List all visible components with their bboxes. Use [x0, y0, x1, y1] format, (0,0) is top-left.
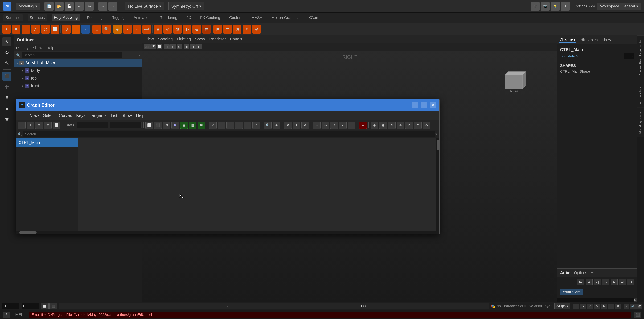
ge-tool-ia[interactable]: IA	[172, 122, 179, 129]
ge-tool-extra3[interactable]: ⊕	[388, 122, 396, 129]
ge-vscrollbar-thumb[interactable]	[436, 140, 439, 150]
timeline-current-frame[interactable]	[22, 303, 39, 309]
ge-tool-key2[interactable]: ⊞	[35, 122, 43, 129]
btn-back[interactable]: ◁	[594, 279, 601, 285]
icon-settings[interactable]: ⚙	[624, 304, 630, 309]
workspace-dropdown[interactable]: Workspace: General ▾	[597, 3, 641, 10]
toolbar-icon-light[interactable]: 💡	[551, 2, 560, 11]
tool-grid[interactable]: ⊞	[92, 25, 101, 33]
outliner-search-input[interactable]	[22, 52, 122, 58]
ge-tool-extra2[interactable]: ◉	[379, 122, 387, 129]
outliner-menu-help[interactable]: Help	[46, 46, 54, 50]
outliner-menu-show[interactable]: Show	[33, 46, 42, 50]
frame-btn-2[interactable]: ⬛	[49, 303, 57, 309]
tree-item-front[interactable]: ▸ ■ front	[14, 82, 142, 90]
ge-curve-area[interactable]	[78, 138, 436, 231]
vp-icon-grid[interactable]: ⊞	[164, 44, 170, 49]
tool-paint[interactable]: ✎	[2, 59, 12, 68]
translate-y-value[interactable]: 0	[624, 53, 634, 59]
fps-display[interactable]: 24 fps ▾	[554, 303, 570, 309]
pb-skip-end[interactable]: ⏭	[608, 304, 614, 309]
anim-scrollbar[interactable]: ▶	[557, 298, 637, 302]
tool-arrow[interactable]: ↖	[2, 37, 12, 46]
btn-forward[interactable]: ▷	[602, 279, 609, 285]
vp-icon-grid2[interactable]: ⊟	[170, 44, 176, 49]
toolbar-icon-select[interactable]: ⊹	[98, 2, 107, 11]
ge-tool-green2[interactable]: ▦	[189, 122, 196, 129]
ge-search-dropdown[interactable]: ▾	[435, 132, 437, 137]
ge-tool-anim3[interactable]: ⊚	[302, 122, 309, 129]
vp-menu-lighting[interactable]: Lighting	[177, 37, 191, 41]
ge-tool-green3[interactable]: ⊞	[198, 122, 205, 129]
symmetry-off-dropdown[interactable]: Symmetry: Off ▾	[168, 2, 204, 10]
icon-render[interactable]: 🎬	[636, 304, 642, 309]
ge-tool-bake[interactable]: ⬥	[359, 122, 367, 129]
channels-tab-show[interactable]: Show	[602, 38, 611, 42]
vp-menu-panels[interactable]: Panels	[230, 37, 242, 41]
ge-tool-arrow1[interactable]: ↗	[209, 122, 217, 129]
vp-icon-gate[interactable]: ⬜	[157, 44, 162, 49]
channels-tab-object[interactable]: Object	[588, 38, 599, 42]
ge-tool-zoom[interactable]: 🔍	[264, 122, 272, 129]
tool-mat6[interactable]: ⬒	[202, 25, 211, 33]
tool-mat3[interactable]: ◑	[173, 25, 182, 33]
pb-loop[interactable]: ↺	[615, 304, 621, 309]
tab-animation[interactable]: Animation	[132, 14, 153, 21]
tool-extra4[interactable]: ⊗	[242, 25, 251, 33]
ge-menu-edit[interactable]: Edit	[18, 113, 26, 118]
tool-deform3[interactable]: ⬦	[133, 25, 142, 33]
vp-icon-shade[interactable]: ◑	[190, 44, 196, 49]
toolbar-icon-undo[interactable]: ↩	[75, 2, 84, 11]
tab-fx-caching[interactable]: FX Caching	[198, 14, 222, 21]
vp-menu-shading[interactable]: Shading	[158, 37, 172, 41]
ge-tool-tan2[interactable]: −	[226, 122, 234, 129]
tool-plus-v[interactable]: ⊞	[2, 93, 12, 102]
tool-extra2[interactable]: ▦	[223, 25, 232, 33]
tool-torus[interactable]: ◎	[41, 25, 50, 33]
toolbar-icon-save[interactable]: 💾	[65, 2, 74, 11]
vp-menu-show[interactable]: Show	[195, 37, 205, 41]
tool-cone[interactable]: △	[31, 25, 40, 33]
ge-menu-show[interactable]: Show	[122, 113, 132, 118]
vp-icon-isolate[interactable]: ◎	[176, 44, 182, 49]
ge-menu-help[interactable]: Help	[136, 113, 144, 118]
tab-motion-graphics[interactable]: Motion Graphics	[270, 14, 302, 21]
ge-menu-select[interactable]: Select	[43, 113, 55, 118]
tool-mat1[interactable]: ◉	[154, 25, 162, 33]
tool-extra5[interactable]: ⊘	[252, 25, 261, 33]
ge-tool-frame3[interactable]: ⊡	[163, 122, 170, 129]
vp-icon-wire[interactable]: ▣	[184, 44, 189, 49]
ge-node-ctrl-main[interactable]: CTRL_Main	[16, 138, 78, 147]
ge-menu-tangents[interactable]: Tangents	[90, 113, 106, 118]
ge-hscrollbar[interactable]	[16, 231, 439, 234]
toolbar-icon-redo[interactable]: ↪	[85, 2, 94, 11]
vtab-channel-box[interactable]: Channel Box / Layer Editor	[637, 35, 644, 80]
toolbar-icon-lasso[interactable]: ⌀	[108, 2, 118, 11]
tool-snap[interactable]: 🔍	[102, 25, 111, 33]
tool-cylinder[interactable]: ⊕	[22, 25, 30, 33]
ge-tool-snap2[interactable]: ⊸	[322, 122, 329, 129]
ge-tool-tan3[interactable]: ∟	[235, 122, 243, 129]
tool-plane[interactable]: ⬜	[51, 25, 60, 33]
tool-text[interactable]: T	[72, 25, 80, 33]
ge-stats-input-2[interactable]	[110, 122, 142, 128]
tab-rigging[interactable]: Rigging	[110, 14, 127, 21]
toolbar-icon-cam2[interactable]: 📷	[541, 2, 550, 11]
outliner-menu-display[interactable]: Display	[16, 46, 28, 50]
no-anim-layer-display[interactable]: No Anim Layer	[529, 304, 552, 308]
tab-fx[interactable]: FX	[184, 14, 193, 21]
pb-play-fwd[interactable]: ▷	[594, 304, 600, 309]
tool-extrude[interactable]: ⬡	[62, 25, 70, 33]
tool-sphere[interactable]: ●	[2, 25, 11, 33]
tool-svg[interactable]: SVG	[81, 25, 90, 33]
ge-minimize-button[interactable]: −	[412, 102, 418, 108]
tool-mat2[interactable]: ⊙	[163, 25, 172, 33]
channels-tab-edit[interactable]: Edit	[578, 38, 585, 42]
ge-tool-tan4[interactable]: ⌐	[244, 122, 252, 129]
vp-icon-film[interactable]: 🎬	[150, 44, 156, 49]
btn-loop[interactable]: ↺	[627, 279, 634, 285]
ge-tool-snap4[interactable]: ⊼	[339, 122, 346, 129]
btn-skip-end[interactable]: ⏭	[619, 279, 626, 285]
ge-tool-key4[interactable]: ⬜	[53, 122, 60, 129]
vtab-attribute-editor[interactable]: Attribute Editor	[637, 80, 644, 108]
